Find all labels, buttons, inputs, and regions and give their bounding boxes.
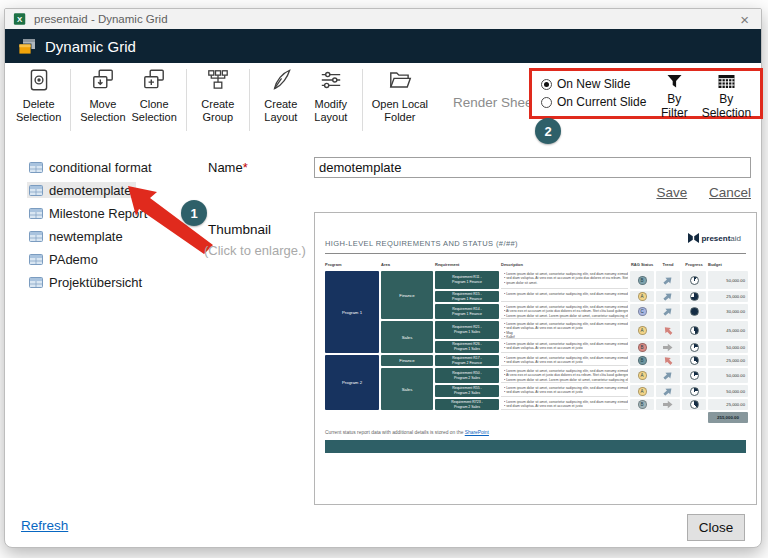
close-button[interactable]: Close (687, 514, 745, 541)
slide-progress-cell (682, 341, 706, 353)
slide-description-cell: • Lorem ipsum dolor sit amet, consetetur… (501, 399, 628, 410)
annotation-badge-2: 2 (535, 118, 561, 144)
template-table-icon (29, 277, 49, 288)
trend-arrow-icon (663, 400, 673, 409)
create-group-icon (205, 85, 231, 97)
rag-status-icon: A (638, 387, 647, 396)
toolbar-separator (186, 69, 187, 131)
by-filter-button[interactable]: By Filter (648, 74, 700, 120)
delete-icon (26, 85, 52, 97)
slide-column-header: Requirement (435, 263, 499, 269)
template-item-newtemplate[interactable]: newtemplate (27, 228, 128, 244)
trend-arrow-icon (661, 273, 674, 286)
dialog-title: Dynamic Grid (45, 38, 136, 55)
presentaid-logo-icon (688, 233, 699, 243)
slide-column-header: Description (501, 263, 628, 269)
move-selection-button[interactable]: MoveSelection (77, 67, 128, 125)
slide-requirement-cell: Requirement R723 -Program 2 Sales (435, 399, 499, 410)
slide-requirement-cell: Requirement R26 -Program 1 Sales (435, 341, 499, 353)
slide-requirement-cell: Requirement R11 -Program 1 Finance (435, 271, 499, 289)
slide-budget-cell: 25,000.00 (708, 399, 748, 410)
refresh-link[interactable]: Refresh (21, 518, 68, 533)
modify-layout-icon (318, 85, 344, 97)
slide-column-header: Progress (682, 263, 706, 269)
slide-title: HIGH-LEVEL REQUIREMENTS AND STATUS (#/##… (325, 239, 746, 248)
window-close-icon[interactable]: × (736, 12, 753, 27)
slide-budget-cell: 50,000.00 (708, 385, 748, 397)
rag-status-icon: A (638, 292, 647, 301)
toolbar-separator (249, 69, 250, 131)
delete-selection-button[interactable]: DeleteSelection (13, 67, 64, 125)
slide-progress-cell (682, 304, 706, 319)
modify-layout-button[interactable]: ModifyLayout (306, 67, 356, 125)
slide-rag-status-cell: B (630, 399, 654, 410)
slide-budget-cell: 30,000.00 (708, 304, 748, 319)
name-input[interactable] (314, 157, 751, 178)
filter-funnel-icon (666, 74, 683, 89)
template-item-milestone-report[interactable]: Milestone Report (27, 205, 152, 221)
trend-arrow-icon (661, 369, 674, 382)
slide-trend-cell (656, 399, 680, 410)
slide-rag-status-cell: A (630, 385, 654, 397)
trend-arrow-icon (661, 323, 674, 336)
slide-description-cell: • Lorem ipsum dolor sit amet, consetetur… (501, 321, 628, 339)
slide-rag-status-cell: B (630, 355, 654, 366)
excel-icon: X (13, 12, 27, 26)
slide-column-header: Area (381, 263, 433, 269)
slide-trend-cell (656, 291, 680, 302)
slide-rag-status-cell: C (630, 304, 654, 319)
slide-column-header: Budget (708, 263, 748, 269)
create-group-button[interactable]: CreateGroup (193, 67, 243, 125)
slide-trend-cell (656, 321, 680, 339)
slide-area-cell: Sales (381, 321, 433, 353)
annotation-highlight-box: On New Slide On Current Slide By Filter … (529, 68, 763, 119)
radio-selected-icon[interactable] (541, 79, 552, 90)
save-link[interactable]: Save (656, 185, 687, 200)
radio-unselected-icon[interactable] (541, 97, 552, 108)
template-item-pademo[interactable]: PAdemo (27, 251, 103, 267)
thumbnail-preview[interactable]: presentaid HIGH-LEVEL REQUIREMENTS AND S… (314, 212, 757, 505)
progress-pie-icon (690, 400, 699, 409)
presentaid-logo: presentaid (688, 233, 741, 243)
template-table-icon (29, 254, 49, 265)
slide-progress-cell (682, 355, 706, 366)
clone-selection-button[interactable]: CloneSelection (129, 67, 180, 125)
create-layout-button[interactable]: CreateLayout (256, 67, 306, 125)
slide-trend-cell (656, 341, 680, 353)
slide-rag-status-cell: B (630, 271, 654, 289)
trend-arrow-icon (661, 290, 674, 303)
template-item-projektübersicht[interactable]: Projektübersicht (27, 274, 147, 290)
svg-text:X: X (17, 15, 23, 24)
trend-arrow-icon (663, 343, 673, 352)
slide-progress-cell (682, 399, 706, 410)
template-item-conditional-format[interactable]: conditional format (27, 159, 157, 175)
trend-arrow-icon (661, 305, 674, 318)
slide-description-cell: • Lorem ipsum dolor sit amet, consetetur… (501, 385, 628, 397)
slide-description-cell: • Lorem ipsum dolor sit amet, consetetur… (501, 368, 628, 383)
by-selection-button[interactable]: By Selection (700, 74, 752, 120)
dynamic-grid-dialog: X presentaid - Dynamic Grid × Dynamic Gr… (4, 8, 762, 548)
slide-progress-cell (682, 385, 706, 397)
slide-budget-cell: 25,000.00 (708, 291, 748, 302)
radio-on-new-slide[interactable]: On New Slide (541, 77, 646, 91)
toolbar-separator (70, 69, 71, 131)
slide-rag-status-cell: A (630, 291, 654, 302)
template-item-demotemplate[interactable]: demotemplate (27, 182, 136, 198)
annotation-badge-1: 1 (181, 200, 207, 226)
slide-description-cell: • Lorem ipsum dolor sit amet, consetetur… (501, 355, 628, 366)
thumbnail-label: Thumbnail (208, 222, 271, 237)
rag-status-icon: B (638, 356, 647, 365)
slide-area-cell: Finance (381, 355, 433, 366)
progress-pie-icon (690, 276, 699, 285)
radio-on-current-slide-label: On Current Slide (557, 95, 646, 109)
thumbnail-hint: (Click to enlarge.) (204, 243, 306, 258)
slide-requirement-cell: Requirement R21 -Program 1 Sales (435, 321, 499, 339)
progress-pie-icon (690, 307, 699, 316)
radio-on-current-slide[interactable]: On Current Slide (541, 95, 646, 109)
slide-column-header: RAG Status (630, 263, 654, 269)
open-local-folder-button[interactable]: Open LocalFolder (369, 67, 431, 125)
name-label: Name* (208, 160, 248, 175)
slide-rag-status-cell: A (630, 368, 654, 383)
slide-area-cell: Sales (381, 368, 433, 410)
cancel-link[interactable]: Cancel (709, 185, 751, 200)
